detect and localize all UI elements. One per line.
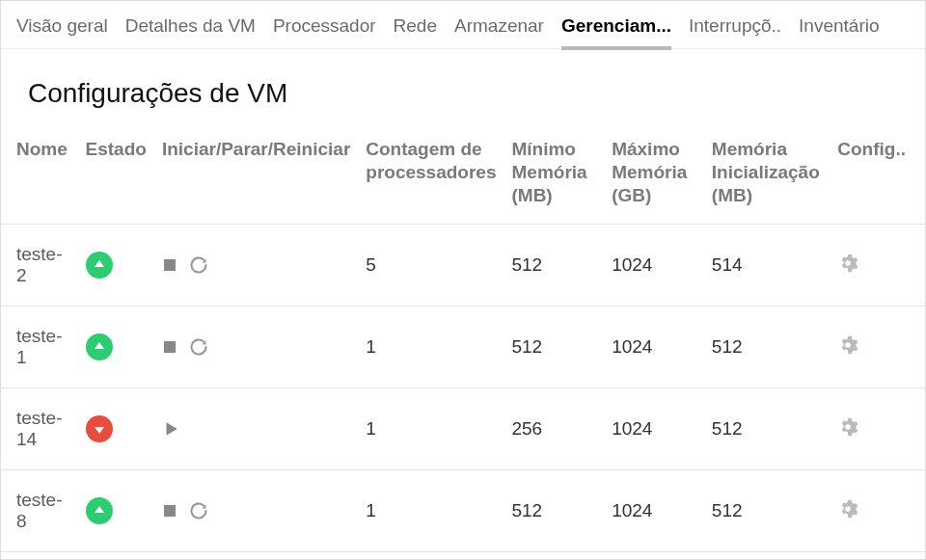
tab-item[interactable]: Inventário <box>799 15 879 50</box>
cell-proc: 1 <box>358 470 504 552</box>
cell-actions <box>154 552 358 560</box>
cell-actions <box>154 388 358 470</box>
cell-max-mem: 1024 <box>604 388 704 470</box>
cell-name: teste-2 <box>1 225 78 307</box>
table-row: teste-1215121024512 <box>1 552 925 560</box>
gear-icon[interactable] <box>837 416 858 438</box>
table-row: teste-1412561024512 <box>1 388 925 470</box>
vm-table: Nome Estado Iniciar/Parar/Reiniciar Cont… <box>1 128 925 560</box>
cell-state <box>78 552 154 560</box>
header-config: Config.. <box>830 128 925 225</box>
cell-name: teste-14 <box>1 388 78 470</box>
table-row: teste-815121024512 <box>1 470 925 552</box>
cell-config <box>830 307 925 388</box>
cell-actions <box>154 470 358 552</box>
cell-config <box>830 552 925 560</box>
svg-point-1 <box>846 260 852 266</box>
cell-state <box>78 388 154 470</box>
page-title: Configurações de VM <box>1 49 925 128</box>
cell-proc: 1 <box>358 552 504 560</box>
header-init-mem: Memória Inicialização (MB) <box>704 128 830 225</box>
cell-name: teste-12 <box>1 552 78 560</box>
gear-icon[interactable] <box>837 498 858 520</box>
header-proc: Contagem de processadores <box>358 128 504 225</box>
cell-max-mem: 1024 <box>604 470 704 552</box>
header-max-mem: Máximo Memória (GB) <box>604 128 704 225</box>
cell-init-mem: 514 <box>704 225 830 307</box>
play-icon[interactable] <box>162 420 179 438</box>
restart-icon[interactable] <box>189 337 208 357</box>
cell-min-mem: 512 <box>504 470 604 552</box>
cell-min-mem: 512 <box>504 307 604 388</box>
cell-max-mem: 1024 <box>604 225 704 307</box>
cell-config <box>830 388 925 470</box>
cell-min-mem: 512 <box>504 552 604 560</box>
tab-item[interactable]: Rede <box>394 15 437 50</box>
stop-icon[interactable] <box>162 257 177 273</box>
cell-actions <box>154 225 358 307</box>
restart-icon[interactable] <box>189 255 208 275</box>
cell-init-mem: 512 <box>704 552 830 560</box>
cell-proc: 1 <box>358 388 504 470</box>
cell-init-mem: 512 <box>704 470 830 552</box>
cell-proc: 1 <box>358 307 504 388</box>
cell-min-mem: 256 <box>504 388 604 470</box>
svg-point-4 <box>846 424 852 430</box>
svg-point-6 <box>846 506 852 512</box>
cell-state <box>78 307 154 388</box>
gear-icon[interactable] <box>837 253 858 274</box>
cell-init-mem: 512 <box>704 307 830 388</box>
cell-name: teste-1 <box>1 307 78 388</box>
tab-item[interactable]: Detalhes da VM <box>125 15 256 50</box>
svg-rect-5 <box>164 505 176 517</box>
header-actions: Iniciar/Parar/Reiniciar <box>154 128 358 225</box>
tab-item[interactable]: Visão geral <box>16 15 108 50</box>
cell-min-mem: 512 <box>504 225 604 307</box>
gear-icon[interactable] <box>837 334 858 356</box>
cell-init-mem: 512 <box>704 388 830 470</box>
cell-state <box>78 470 154 552</box>
cell-max-mem: 1024 <box>604 307 704 388</box>
table-row: teste-255121024514 <box>1 225 925 307</box>
table-row: teste-115121024512 <box>1 307 925 388</box>
cell-config <box>830 225 925 307</box>
stop-icon[interactable] <box>162 339 177 355</box>
arrow-up-icon <box>86 333 113 360</box>
header-min-mem: Mínimo Memória (MB) <box>504 128 604 225</box>
tab-bar: Visão geralDetalhes da VMProcessadorRede… <box>1 1 925 49</box>
svg-rect-2 <box>164 341 176 353</box>
cell-actions <box>154 307 358 388</box>
cell-config <box>830 470 925 552</box>
arrow-down-icon <box>86 415 113 442</box>
cell-name: teste-8 <box>1 470 78 552</box>
arrow-up-icon <box>86 252 113 279</box>
cell-state <box>78 225 154 307</box>
header-name: Nome <box>1 128 78 225</box>
tab-item[interactable]: Armazenar <box>454 15 544 50</box>
header-state: Estado <box>78 128 154 225</box>
restart-icon[interactable] <box>189 501 208 520</box>
stop-icon[interactable] <box>162 503 177 519</box>
cell-proc: 5 <box>358 225 504 307</box>
tab-item[interactable]: Processador <box>273 15 376 50</box>
svg-point-3 <box>846 342 852 348</box>
cell-max-mem: 1024 <box>604 552 704 560</box>
tab-item[interactable]: Interrupçõ.. <box>689 15 781 50</box>
svg-rect-0 <box>164 259 176 271</box>
tab-item[interactable]: Gerenciam... <box>561 15 671 50</box>
arrow-up-icon <box>86 497 113 524</box>
